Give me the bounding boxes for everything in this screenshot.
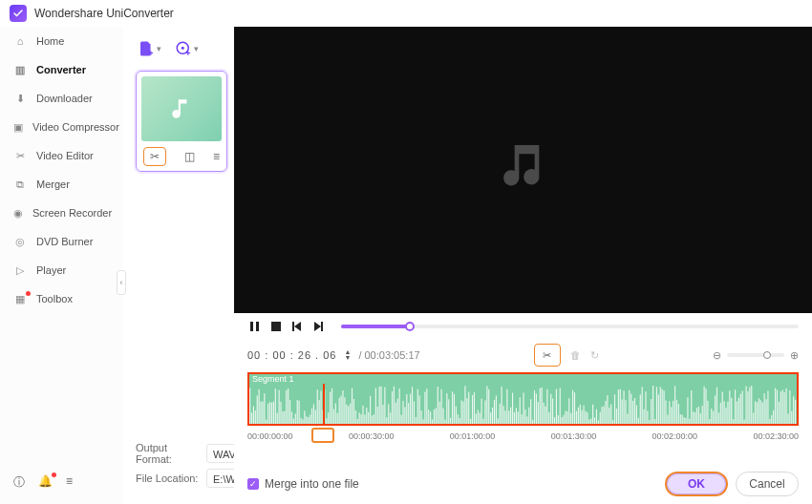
file-card[interactable]: ✂ ◫ ≡: [136, 71, 227, 172]
svg-rect-230: [649, 420, 650, 424]
svg-rect-123: [454, 394, 455, 424]
add-url-button[interactable]: + ▾: [175, 40, 199, 57]
prev-button[interactable]: [289, 319, 305, 334]
svg-rect-288: [755, 401, 756, 424]
editor-titlebar: [234, 0, 812, 27]
svg-rect-117: [442, 409, 443, 424]
svg-rect-130: [466, 398, 467, 424]
svg-rect-114: [438, 387, 438, 424]
svg-rect-287: [753, 412, 754, 424]
svg-rect-291: [760, 400, 761, 424]
settings-icon[interactable]: ≡: [66, 474, 73, 491]
pause-button[interactable]: [247, 319, 263, 334]
stop-button[interactable]: [268, 319, 284, 334]
segment-label[interactable]: Segment 1: [247, 372, 799, 384]
svg-rect-147: [498, 418, 499, 424]
delete-button[interactable]: 🗑: [570, 349, 581, 361]
svg-rect-255: [694, 412, 695, 424]
help-icon[interactable]: ⓘ: [13, 474, 25, 491]
svg-rect-134: [474, 392, 475, 424]
undo-button[interactable]: ↻: [590, 349, 599, 362]
svg-rect-76: [368, 412, 369, 424]
svg-rect-240: [667, 414, 668, 424]
svg-rect-148: [500, 404, 501, 424]
svg-rect-238: [664, 390, 665, 424]
svg-rect-87: [388, 404, 389, 424]
editor-footer: ✓ Merge into one file OK Cancel: [234, 464, 812, 504]
svg-rect-281: [742, 391, 743, 425]
svg-rect-248: [682, 414, 683, 424]
svg-rect-153: [508, 410, 509, 424]
sidebar: ⌂Home ▥Converter ⬇Downloader ▣Video Comp…: [0, 27, 122, 504]
sidebar-item-dvd-burner[interactable]: ◎DVD Burner: [0, 227, 122, 256]
svg-rect-43: [308, 417, 309, 424]
sidebar-item-video-editor[interactable]: ✂Video Editor: [0, 141, 122, 170]
svg-rect-184: [565, 411, 566, 424]
collapse-sidebar-handle[interactable]: ‹: [117, 270, 126, 295]
svg-rect-133: [472, 395, 473, 424]
grid-icon: ▦: [13, 293, 27, 305]
svg-rect-138: [481, 399, 482, 424]
svg-rect-85: [384, 388, 385, 424]
bell-icon[interactable]: 🔔: [38, 474, 53, 491]
svg-rect-72: [360, 414, 361, 424]
waveform[interactable]: [247, 384, 799, 426]
svg-rect-252: [689, 419, 690, 424]
svg-rect-112: [434, 410, 435, 424]
svg-rect-14: [255, 410, 256, 424]
sidebar-item-screen-recorder[interactable]: ◉Screen Recorder: [0, 199, 122, 227]
ruler-tick: 00:00:30:00: [349, 431, 395, 441]
trim-button[interactable]: ✂: [143, 147, 166, 166]
notification-badge: [26, 291, 31, 296]
progress-knob[interactable]: [405, 322, 415, 331]
sidebar-item-merger[interactable]: ⧉Merger: [0, 170, 122, 199]
svg-rect-286: [751, 386, 752, 424]
chevron-down-icon: ▾: [194, 44, 199, 53]
next-button[interactable]: [310, 319, 326, 334]
sidebar-item-compressor[interactable]: ▣Video Compressor: [0, 113, 122, 141]
svg-rect-81: [377, 407, 378, 424]
svg-rect-27: [279, 390, 280, 424]
more-icon[interactable]: ≡: [213, 150, 220, 163]
playhead[interactable]: [323, 384, 325, 424]
crop-icon[interactable]: ◫: [184, 150, 195, 163]
merge-checkbox[interactable]: ✓: [247, 478, 259, 490]
progress-bar[interactable]: [341, 325, 799, 328]
svg-rect-105: [421, 410, 422, 424]
zoom-slider[interactable]: [727, 353, 784, 357]
svg-rect-139: [482, 419, 483, 424]
svg-rect-306: [787, 413, 788, 424]
svg-rect-142: [488, 389, 489, 424]
svg-rect-146: [496, 395, 497, 424]
sidebar-item-home[interactable]: ⌂Home: [0, 27, 122, 55]
sidebar-item-player[interactable]: ▷Player: [0, 256, 122, 284]
svg-rect-136: [478, 410, 479, 424]
svg-rect-285: [749, 388, 750, 424]
svg-rect-103: [417, 389, 418, 424]
zoom-out-button[interactable]: ⊖: [713, 349, 721, 362]
svg-rect-149: [502, 387, 502, 424]
ok-button[interactable]: OK: [665, 472, 728, 496]
waveform-container: Segment 1: [247, 372, 799, 426]
sidebar-item-toolbox[interactable]: ▦Toolbox: [0, 284, 122, 313]
svg-rect-93: [399, 388, 400, 424]
music-note-icon: [169, 96, 194, 121]
svg-rect-90: [394, 387, 395, 424]
svg-rect-157: [516, 408, 517, 424]
time-stepper[interactable]: ▲▼: [344, 349, 351, 361]
sidebar-item-downloader[interactable]: ⬇Downloader: [0, 84, 122, 113]
sidebar-item-label: DVD Burner: [36, 236, 93, 247]
svg-rect-295: [767, 390, 768, 424]
add-file-button[interactable]: + ▾: [138, 40, 161, 57]
svg-rect-152: [506, 389, 507, 424]
cancel-button[interactable]: Cancel: [736, 472, 799, 496]
time-input[interactable]: 00 : 00 : 26 . 06: [247, 349, 336, 361]
svg-rect-33: [289, 400, 290, 424]
sidebar-item-converter[interactable]: ▥Converter: [0, 55, 122, 84]
svg-rect-258: [700, 413, 701, 424]
zoom-in-button[interactable]: ⊕: [790, 349, 799, 362]
svg-rect-156: [514, 412, 515, 424]
svg-rect-215: [622, 400, 623, 425]
svg-rect-158: [518, 411, 519, 424]
cut-button[interactable]: ✂: [534, 344, 561, 367]
